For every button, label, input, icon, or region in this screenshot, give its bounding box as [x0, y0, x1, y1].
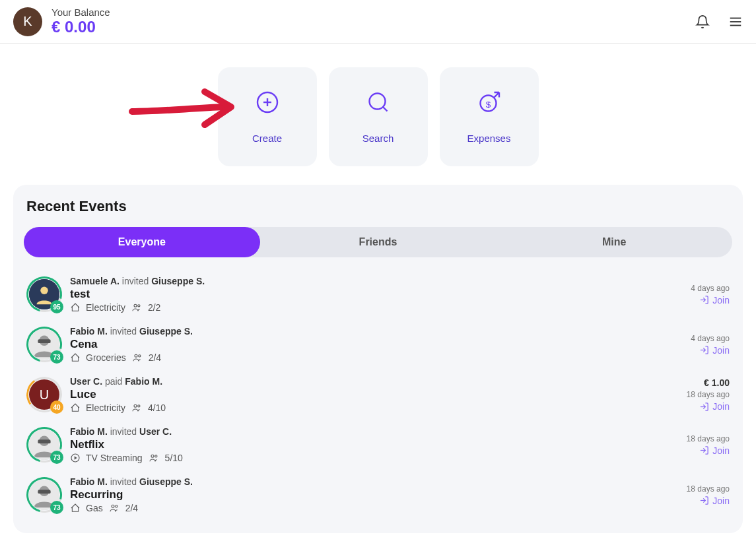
- search-label: Search: [362, 133, 394, 144]
- event-amount: € 1.00: [704, 377, 730, 388]
- people-icon: [131, 402, 143, 413]
- svg-point-11: [40, 287, 48, 295]
- tab-mine[interactable]: Mine: [496, 227, 732, 257]
- join-label: Join: [712, 496, 730, 506]
- event-row[interactable]: U40User C. paid Fabio M.LuceElectricity4…: [24, 370, 732, 420]
- bell-icon: [695, 15, 710, 29]
- event-title: Netflix: [70, 438, 687, 451]
- join-icon: [699, 295, 709, 305]
- svg-point-21: [134, 404, 137, 407]
- tab-everyone[interactable]: Everyone: [24, 227, 260, 257]
- event-meta: TV Streaming5/10: [70, 453, 687, 463]
- menu-button[interactable]: [728, 15, 743, 29]
- people-icon: [148, 453, 160, 463]
- svg-point-13: [138, 305, 140, 307]
- svg-text:$: $: [485, 99, 491, 109]
- score-badge: 40: [50, 401, 63, 414]
- join-button[interactable]: Join: [699, 401, 730, 412]
- event-avatar: U40: [26, 377, 62, 412]
- event-body: Fabio M. invited Giuseppe S.CenaGrocerie…: [70, 326, 691, 363]
- expenses-icon: $: [477, 90, 501, 114]
- event-right: 18 days agoJoin: [687, 484, 730, 506]
- join-icon: [699, 402, 709, 412]
- join-icon: [699, 496, 709, 505]
- svg-point-6: [369, 93, 385, 109]
- header-right: [695, 15, 743, 29]
- recent-events-title: Recent Events: [26, 198, 732, 215]
- expenses-label: Expenses: [467, 133, 511, 144]
- header-left: K Your Balance € 0.00: [13, 7, 110, 36]
- event-category: TV Streaming: [86, 453, 143, 463]
- svg-rect-17: [38, 339, 50, 343]
- balance-block: Your Balance € 0.00: [52, 7, 110, 36]
- svg-point-30: [155, 455, 156, 457]
- event-avatar: 95: [26, 276, 62, 312]
- create-card[interactable]: Create: [218, 67, 317, 166]
- event-tabs: Everyone Friends Mine: [24, 227, 732, 257]
- event-body: Fabio M. invited User C.NetflixTV Stream…: [70, 426, 687, 463]
- expenses-card[interactable]: $ Expenses: [440, 67, 539, 166]
- event-time: 18 days ago: [687, 484, 730, 494]
- event-count: 5/10: [165, 453, 183, 463]
- score-badge: 73: [50, 451, 63, 464]
- join-button[interactable]: Join: [699, 295, 730, 306]
- event-row[interactable]: 73Fabio M. invited Giuseppe S.CenaGrocer…: [24, 319, 732, 370]
- svg-line-7: [382, 106, 387, 111]
- svg-rect-34: [38, 490, 50, 494]
- event-right: € 1.0018 days agoJoin: [687, 377, 730, 412]
- event-row[interactable]: 73Fabio M. invited Giuseppe S.RecurringG…: [24, 470, 732, 520]
- join-button[interactable]: Join: [699, 445, 730, 456]
- event-row[interactable]: 95Samuele A. invited Giuseppe S.testElec…: [24, 269, 732, 319]
- event-time: 18 days ago: [687, 390, 730, 399]
- event-title: Cena: [70, 338, 691, 351]
- hamburger-icon: [728, 15, 743, 29]
- category-icon: [70, 503, 81, 513]
- join-button[interactable]: Join: [699, 496, 730, 506]
- actions-row: Create Search $ Expenses: [13, 67, 743, 166]
- score-badge: 73: [50, 501, 63, 514]
- event-count: 2/2: [148, 302, 160, 313]
- event-title: Luce: [70, 388, 687, 401]
- recent-events-section: Recent Events Everyone Friends Mine 95Sa…: [13, 185, 743, 533]
- event-count: 2/4: [149, 352, 161, 363]
- user-avatar[interactable]: K: [13, 7, 42, 36]
- event-title: Recurring: [70, 488, 687, 501]
- event-headline: Fabio M. invited User C.: [70, 426, 687, 437]
- event-avatar: 73: [26, 477, 62, 513]
- svg-point-35: [112, 505, 114, 507]
- event-list: 95Samuele A. invited Giuseppe S.testElec…: [24, 269, 732, 520]
- event-title: test: [70, 288, 691, 301]
- svg-point-12: [134, 304, 137, 307]
- plus-circle-icon: [256, 90, 279, 114]
- category-icon: [70, 352, 81, 363]
- tab-friends[interactable]: Friends: [260, 227, 497, 257]
- event-meta: Electricity2/2: [70, 302, 691, 313]
- svg-rect-26: [38, 439, 50, 443]
- join-icon: [699, 345, 709, 355]
- svg-point-36: [115, 505, 117, 507]
- notifications-button[interactable]: [695, 15, 710, 29]
- category-icon: [70, 302, 81, 313]
- join-icon: [699, 445, 709, 455]
- svg-point-18: [135, 354, 137, 357]
- event-right: 4 days agoJoin: [691, 284, 730, 306]
- event-headline: Samuele A. invited Giuseppe S.: [70, 276, 691, 286]
- event-count: 2/4: [125, 503, 138, 513]
- join-button[interactable]: Join: [699, 345, 730, 356]
- svg-marker-28: [75, 456, 77, 459]
- main: Create Search $ Expenses Recent Events E…: [0, 67, 756, 533]
- join-label: Join: [712, 345, 730, 356]
- event-avatar: 73: [26, 427, 62, 463]
- balance-amount: € 0.00: [52, 18, 110, 36]
- score-badge: 73: [50, 350, 63, 364]
- category-icon: [70, 453, 81, 463]
- event-headline: Fabio M. invited Giuseppe S.: [70, 326, 691, 337]
- event-avatar: 73: [26, 327, 62, 362]
- event-row[interactable]: 73Fabio M. invited User C.NetflixTV Stre…: [24, 420, 732, 470]
- event-time: 18 days ago: [687, 434, 730, 443]
- event-headline: User C. paid Fabio M.: [70, 376, 687, 387]
- event-right: 4 days agoJoin: [691, 334, 730, 356]
- people-icon: [131, 302, 143, 313]
- join-label: Join: [712, 445, 730, 456]
- search-card[interactable]: Search: [329, 67, 428, 166]
